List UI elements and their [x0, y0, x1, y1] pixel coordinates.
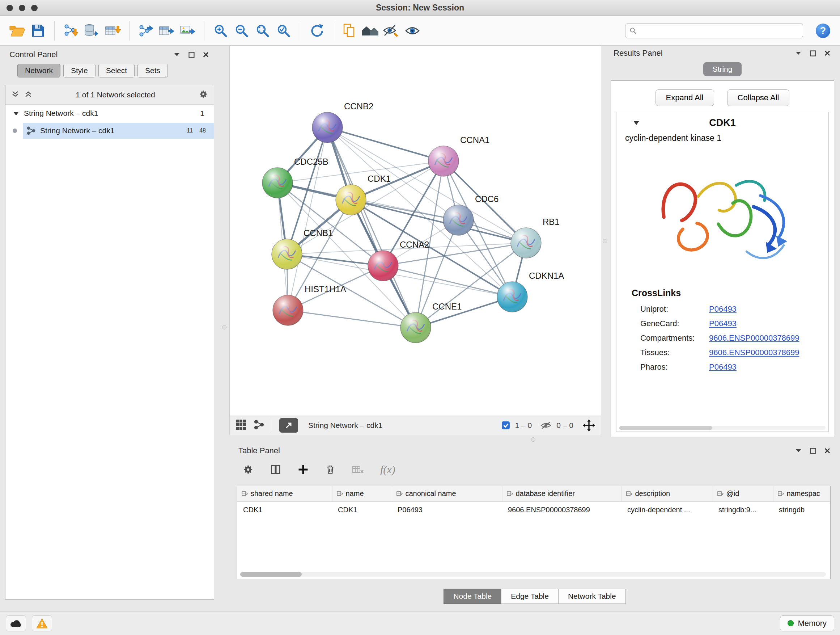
cell-canonical-name[interactable]: P06493: [392, 501, 502, 518]
search-input[interactable]: [625, 23, 803, 38]
cell-name[interactable]: CDK1: [332, 501, 392, 518]
apply-layout-button[interactable]: [306, 20, 327, 42]
selected-checkbox-icon[interactable]: [501, 421, 510, 430]
tab-edge-table[interactable]: Edge Table: [501, 589, 559, 604]
network-graph[interactable]: CCNB2CCNA1CDC25BCDK1CDC6RB1CCNB1CCNA2CDK…: [230, 46, 601, 415]
documents-button[interactable]: [339, 20, 360, 42]
export-image-button[interactable]: [177, 20, 198, 42]
grid-view-icon[interactable]: [235, 419, 246, 432]
import-network-button[interactable]: [60, 20, 81, 42]
import-database-button[interactable]: [81, 20, 103, 42]
add-column-icon[interactable]: [298, 464, 309, 475]
tab-network-table[interactable]: Network Table: [558, 589, 626, 604]
cell-id[interactable]: stringdb:9...: [713, 501, 773, 518]
open-session-button[interactable]: [6, 20, 27, 42]
delete-table-icon[interactable]: [352, 464, 363, 475]
table-horizontal-scrollbar[interactable]: [240, 572, 826, 577]
pharos-link[interactable]: P06493: [709, 363, 737, 372]
zoom-selected-button[interactable]: [273, 20, 294, 42]
network-row-selected[interactable]: String Network – cdk1 11 48: [5, 122, 214, 139]
network-share-icon[interactable]: [254, 420, 264, 431]
delete-column-icon[interactable]: [325, 464, 335, 475]
network-node-CCNA1[interactable]: CCNA1: [428, 135, 489, 176]
column-header[interactable]: description: [622, 486, 713, 501]
cell-database-identifier[interactable]: 9606.ENSP00000378699: [502, 501, 622, 518]
tab-network[interactable]: Network: [17, 64, 60, 78]
cell-shared-name[interactable]: CDK1: [237, 501, 332, 518]
column-header[interactable]: canonical name: [392, 486, 502, 501]
left-splitter-grip[interactable]: [222, 325, 226, 329]
right-splitter-grip[interactable]: [603, 239, 607, 243]
column-header[interactable]: shared name: [237, 486, 332, 501]
column-header[interactable]: namespac: [773, 486, 830, 501]
export-table-button[interactable]: [156, 20, 177, 42]
panel-float-icon[interactable]: [187, 51, 195, 59]
panel-close-icon[interactable]: [823, 447, 831, 455]
home-button[interactable]: [360, 20, 381, 42]
detach-view-button[interactable]: [279, 418, 298, 432]
annotations-visibility-button[interactable]: [381, 20, 402, 42]
gear-icon[interactable]: [199, 89, 208, 100]
column-type-icon: [242, 491, 248, 496]
uniprot-link[interactable]: P06493: [709, 304, 737, 314]
eye-icon: [404, 23, 420, 38]
column-header[interactable]: database identifier: [502, 486, 622, 501]
tab-node-table[interactable]: Node Table: [444, 589, 501, 604]
network-collection-row[interactable]: String Network – cdk1 1: [5, 105, 214, 122]
network-node-CDC6[interactable]: CDC6: [443, 194, 499, 235]
zoom-in-button[interactable]: [210, 20, 231, 42]
panel-float-icon[interactable]: [809, 49, 817, 57]
zoom-fit-button[interactable]: [252, 20, 273, 42]
panel-close-icon[interactable]: [202, 51, 210, 59]
import-table-icon: [104, 23, 122, 38]
zoom-out-button[interactable]: [231, 20, 252, 42]
hidden-eye-slash-icon[interactable]: [540, 421, 551, 430]
panel-menu-icon[interactable]: [173, 51, 181, 59]
compartments-link[interactable]: 9606.ENSP00000378699: [709, 333, 799, 343]
toolbar-separator: [272, 418, 272, 432]
table-panel: Table Panel f(x) shared name name canoni…: [234, 443, 836, 605]
tab-style[interactable]: Style: [63, 64, 95, 78]
network-node-CDKN1A[interactable]: CDKN1A: [497, 271, 564, 312]
warnings-button[interactable]: [32, 616, 52, 631]
protein-structure-image: [616, 154, 829, 275]
tab-string[interactable]: String: [703, 62, 742, 76]
function-builder-icon[interactable]: f(x): [380, 463, 395, 476]
network-nodes[interactable]: CCNB2CCNA1CDC25BCDK1CDC6RB1CCNB1CCNA2CDK…: [262, 101, 564, 343]
column-header[interactable]: name: [332, 486, 392, 501]
table-row[interactable]: CDK1 CDK1 P06493 9606.ENSP00000378699 cy…: [237, 501, 830, 518]
cell-description[interactable]: cyclin-dependent ...: [622, 501, 713, 518]
network-node-RB1[interactable]: RB1: [511, 217, 560, 258]
expand-all-button[interactable]: Expand All: [655, 89, 714, 106]
results-horizontal-scrollbar[interactable]: [619, 426, 826, 430]
cell-namespace[interactable]: stringdb: [773, 501, 830, 518]
tissues-link[interactable]: 9606.ENSP00000378699: [709, 348, 799, 357]
help-button[interactable]: ?: [813, 20, 834, 42]
collapse-all-button[interactable]: Collapse All: [727, 89, 790, 106]
collapse-all-icon[interactable]: [24, 91, 32, 99]
network-canvas[interactable]: CCNB2CCNA1CDC25BCDK1CDC6RB1CCNB1CCNA2CDK…: [230, 46, 601, 416]
expand-all-icon[interactable]: [11, 91, 19, 99]
network-node-HIST1H1A[interactable]: HIST1H1A: [273, 284, 346, 325]
column-header[interactable]: @id: [713, 486, 773, 501]
cloud-button[interactable]: [6, 616, 26, 631]
move-crosshair-icon[interactable]: [583, 419, 595, 432]
memory-button[interactable]: Memory: [780, 616, 834, 631]
panel-menu-icon[interactable]: [794, 49, 802, 57]
genecard-link[interactable]: P06493: [709, 319, 737, 328]
tab-sets[interactable]: Sets: [137, 64, 168, 78]
crosslink-label: Uniprot:: [640, 304, 709, 314]
graphics-details-button[interactable]: [402, 20, 423, 42]
collapse-section-icon[interactable]: [633, 120, 639, 127]
table-settings-gear-icon[interactable]: [243, 464, 254, 475]
save-session-button[interactable]: [27, 20, 49, 42]
export-network-button[interactable]: [135, 20, 156, 42]
bottom-splitter-grip[interactable]: [531, 437, 535, 442]
show-columns-icon[interactable]: [270, 464, 281, 475]
collapse-triangle-icon[interactable]: [13, 109, 19, 118]
panel-float-icon[interactable]: [809, 447, 817, 455]
panel-close-icon[interactable]: [823, 49, 831, 57]
tab-select[interactable]: Select: [98, 64, 134, 78]
import-table-button[interactable]: [103, 20, 123, 42]
panel-menu-icon[interactable]: [794, 447, 802, 455]
